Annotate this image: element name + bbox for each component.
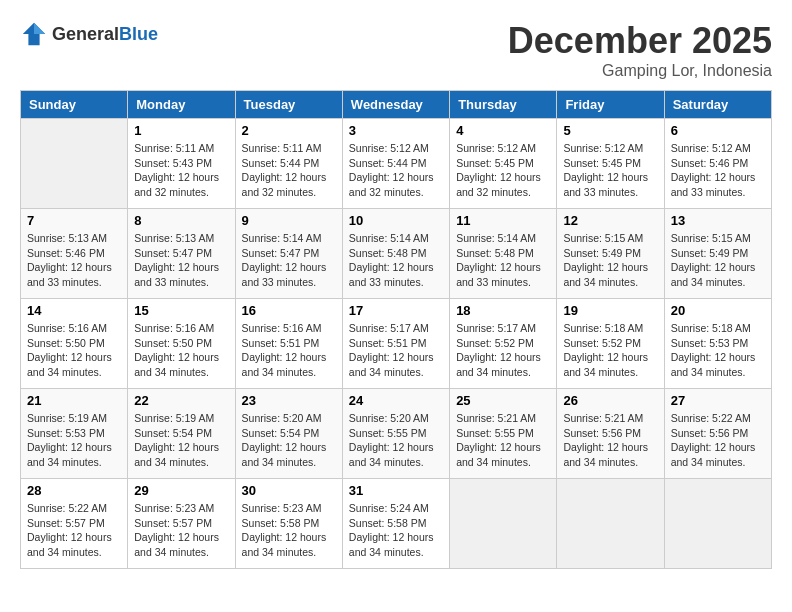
day-info: Sunrise: 5:22 AM Sunset: 5:57 PM Dayligh…	[27, 501, 121, 560]
calendar-cell	[557, 479, 664, 569]
calendar-cell: 7Sunrise: 5:13 AM Sunset: 5:46 PM Daylig…	[21, 209, 128, 299]
day-number: 26	[563, 393, 657, 408]
weekday-monday: Monday	[128, 91, 235, 119]
calendar-cell: 24Sunrise: 5:20 AM Sunset: 5:55 PM Dayli…	[342, 389, 449, 479]
day-info: Sunrise: 5:11 AM Sunset: 5:43 PM Dayligh…	[134, 141, 228, 200]
calendar-cell: 28Sunrise: 5:22 AM Sunset: 5:57 PM Dayli…	[21, 479, 128, 569]
day-info: Sunrise: 5:12 AM Sunset: 5:44 PM Dayligh…	[349, 141, 443, 200]
day-info: Sunrise: 5:18 AM Sunset: 5:53 PM Dayligh…	[671, 321, 765, 380]
day-number: 21	[27, 393, 121, 408]
day-number: 14	[27, 303, 121, 318]
day-number: 29	[134, 483, 228, 498]
calendar-week-2: 7Sunrise: 5:13 AM Sunset: 5:46 PM Daylig…	[21, 209, 772, 299]
day-info: Sunrise: 5:14 AM Sunset: 5:48 PM Dayligh…	[349, 231, 443, 290]
calendar-cell	[664, 479, 771, 569]
day-info: Sunrise: 5:23 AM Sunset: 5:58 PM Dayligh…	[242, 501, 336, 560]
calendar-cell: 8Sunrise: 5:13 AM Sunset: 5:47 PM Daylig…	[128, 209, 235, 299]
day-number: 3	[349, 123, 443, 138]
weekday-tuesday: Tuesday	[235, 91, 342, 119]
day-info: Sunrise: 5:15 AM Sunset: 5:49 PM Dayligh…	[563, 231, 657, 290]
day-number: 9	[242, 213, 336, 228]
calendar-week-5: 28Sunrise: 5:22 AM Sunset: 5:57 PM Dayli…	[21, 479, 772, 569]
calendar-cell: 13Sunrise: 5:15 AM Sunset: 5:49 PM Dayli…	[664, 209, 771, 299]
day-info: Sunrise: 5:18 AM Sunset: 5:52 PM Dayligh…	[563, 321, 657, 380]
day-number: 27	[671, 393, 765, 408]
day-number: 17	[349, 303, 443, 318]
calendar-table: SundayMondayTuesdayWednesdayThursdayFrid…	[20, 90, 772, 569]
day-info: Sunrise: 5:15 AM Sunset: 5:49 PM Dayligh…	[671, 231, 765, 290]
day-info: Sunrise: 5:17 AM Sunset: 5:51 PM Dayligh…	[349, 321, 443, 380]
day-info: Sunrise: 5:22 AM Sunset: 5:56 PM Dayligh…	[671, 411, 765, 470]
location-title: Gamping Lor, Indonesia	[508, 62, 772, 80]
logo-general: General	[52, 24, 119, 44]
day-number: 11	[456, 213, 550, 228]
weekday-sunday: Sunday	[21, 91, 128, 119]
calendar-cell: 1Sunrise: 5:11 AM Sunset: 5:43 PM Daylig…	[128, 119, 235, 209]
day-number: 28	[27, 483, 121, 498]
weekday-wednesday: Wednesday	[342, 91, 449, 119]
day-info: Sunrise: 5:14 AM Sunset: 5:48 PM Dayligh…	[456, 231, 550, 290]
calendar-cell: 16Sunrise: 5:16 AM Sunset: 5:51 PM Dayli…	[235, 299, 342, 389]
calendar-cell: 12Sunrise: 5:15 AM Sunset: 5:49 PM Dayli…	[557, 209, 664, 299]
day-number: 6	[671, 123, 765, 138]
day-number: 15	[134, 303, 228, 318]
title-block: December 2025 Gamping Lor, Indonesia	[508, 20, 772, 80]
calendar-cell: 14Sunrise: 5:16 AM Sunset: 5:50 PM Dayli…	[21, 299, 128, 389]
calendar-cell: 27Sunrise: 5:22 AM Sunset: 5:56 PM Dayli…	[664, 389, 771, 479]
day-number: 1	[134, 123, 228, 138]
calendar-cell: 17Sunrise: 5:17 AM Sunset: 5:51 PM Dayli…	[342, 299, 449, 389]
day-number: 4	[456, 123, 550, 138]
calendar-cell: 11Sunrise: 5:14 AM Sunset: 5:48 PM Dayli…	[450, 209, 557, 299]
day-info: Sunrise: 5:13 AM Sunset: 5:47 PM Dayligh…	[134, 231, 228, 290]
calendar-cell: 21Sunrise: 5:19 AM Sunset: 5:53 PM Dayli…	[21, 389, 128, 479]
day-number: 25	[456, 393, 550, 408]
logo-icon	[20, 20, 48, 48]
calendar-cell: 23Sunrise: 5:20 AM Sunset: 5:54 PM Dayli…	[235, 389, 342, 479]
weekday-thursday: Thursday	[450, 91, 557, 119]
day-number: 2	[242, 123, 336, 138]
day-number: 19	[563, 303, 657, 318]
calendar-cell	[21, 119, 128, 209]
weekday-friday: Friday	[557, 91, 664, 119]
day-info: Sunrise: 5:17 AM Sunset: 5:52 PM Dayligh…	[456, 321, 550, 380]
logo-blue: Blue	[119, 24, 158, 44]
day-number: 23	[242, 393, 336, 408]
calendar-cell: 2Sunrise: 5:11 AM Sunset: 5:44 PM Daylig…	[235, 119, 342, 209]
page-header: GeneralBlue December 2025 Gamping Lor, I…	[20, 20, 772, 80]
day-number: 22	[134, 393, 228, 408]
day-info: Sunrise: 5:14 AM Sunset: 5:47 PM Dayligh…	[242, 231, 336, 290]
day-number: 13	[671, 213, 765, 228]
day-info: Sunrise: 5:12 AM Sunset: 5:45 PM Dayligh…	[456, 141, 550, 200]
day-info: Sunrise: 5:20 AM Sunset: 5:54 PM Dayligh…	[242, 411, 336, 470]
day-info: Sunrise: 5:13 AM Sunset: 5:46 PM Dayligh…	[27, 231, 121, 290]
day-info: Sunrise: 5:20 AM Sunset: 5:55 PM Dayligh…	[349, 411, 443, 470]
day-number: 5	[563, 123, 657, 138]
svg-marker-1	[34, 23, 45, 34]
day-info: Sunrise: 5:24 AM Sunset: 5:58 PM Dayligh…	[349, 501, 443, 560]
day-info: Sunrise: 5:12 AM Sunset: 5:46 PM Dayligh…	[671, 141, 765, 200]
day-number: 24	[349, 393, 443, 408]
calendar-cell: 15Sunrise: 5:16 AM Sunset: 5:50 PM Dayli…	[128, 299, 235, 389]
calendar-week-3: 14Sunrise: 5:16 AM Sunset: 5:50 PM Dayli…	[21, 299, 772, 389]
day-number: 31	[349, 483, 443, 498]
calendar-week-1: 1Sunrise: 5:11 AM Sunset: 5:43 PM Daylig…	[21, 119, 772, 209]
calendar-cell: 25Sunrise: 5:21 AM Sunset: 5:55 PM Dayli…	[450, 389, 557, 479]
calendar-cell: 30Sunrise: 5:23 AM Sunset: 5:58 PM Dayli…	[235, 479, 342, 569]
calendar-cell: 31Sunrise: 5:24 AM Sunset: 5:58 PM Dayli…	[342, 479, 449, 569]
day-info: Sunrise: 5:19 AM Sunset: 5:53 PM Dayligh…	[27, 411, 121, 470]
day-number: 8	[134, 213, 228, 228]
day-info: Sunrise: 5:16 AM Sunset: 5:51 PM Dayligh…	[242, 321, 336, 380]
day-info: Sunrise: 5:12 AM Sunset: 5:45 PM Dayligh…	[563, 141, 657, 200]
day-info: Sunrise: 5:16 AM Sunset: 5:50 PM Dayligh…	[134, 321, 228, 380]
day-number: 18	[456, 303, 550, 318]
calendar-cell: 10Sunrise: 5:14 AM Sunset: 5:48 PM Dayli…	[342, 209, 449, 299]
calendar-cell: 19Sunrise: 5:18 AM Sunset: 5:52 PM Dayli…	[557, 299, 664, 389]
day-number: 16	[242, 303, 336, 318]
calendar-cell: 26Sunrise: 5:21 AM Sunset: 5:56 PM Dayli…	[557, 389, 664, 479]
calendar-cell: 4Sunrise: 5:12 AM Sunset: 5:45 PM Daylig…	[450, 119, 557, 209]
month-title: December 2025	[508, 20, 772, 62]
calendar-cell: 5Sunrise: 5:12 AM Sunset: 5:45 PM Daylig…	[557, 119, 664, 209]
day-number: 12	[563, 213, 657, 228]
day-info: Sunrise: 5:19 AM Sunset: 5:54 PM Dayligh…	[134, 411, 228, 470]
day-info: Sunrise: 5:21 AM Sunset: 5:56 PM Dayligh…	[563, 411, 657, 470]
